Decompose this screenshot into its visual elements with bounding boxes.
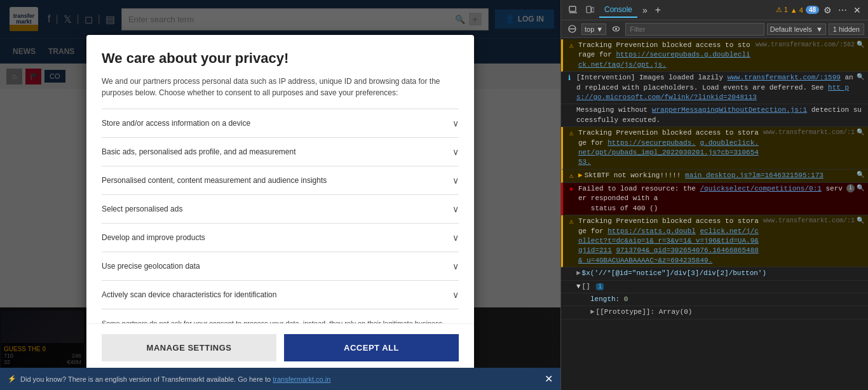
consent-item-store[interactable]: Store and/or access information on a dev… — [102, 109, 459, 137]
modal-title: We care about your privacy! — [102, 50, 459, 67]
intervention-link-2[interactable]: htt ps://go.microsoft.com/fwlink/?linkid… — [576, 84, 849, 101]
modal-body: We care about your privacy! We and our p… — [86, 35, 474, 323]
privacy-overlay: We care about your privacy! We and our p… — [0, 0, 560, 390]
devtools-tab-console[interactable]: Console — [599, 3, 637, 18]
stats-link-1[interactable]: https://stats.g.doubl — [607, 227, 696, 235]
console-line: ⚠ Tracking Prevention blocked access to … — [561, 39, 868, 72]
svg-rect-0 — [569, 6, 576, 11]
console-text: SktBTF not working!!!!! main desktop.js?… — [585, 171, 855, 180]
console-text: [Intervention] Images loaded lazily www.… — [576, 73, 855, 102]
messaging-link[interactable]: wrapperMessagingWithoutDetection.js:1 — [652, 106, 807, 114]
chevron-down-icon: ∨ — [452, 118, 459, 128]
search-icon-4[interactable]: 🔍 — [857, 171, 864, 180]
bottom-banner: ⚡ Did you know? There is an english vers… — [0, 368, 560, 390]
tracking-link-2[interactable]: https://securepubads. — [607, 139, 696, 147]
line-ref-3: www.transfermarkt.com/:1 — [761, 217, 855, 225]
search-icon-6[interactable]: 🔍 — [857, 217, 864, 225]
warning-icon-4: ⚠ — [567, 217, 576, 227]
banner-close-button[interactable]: ✕ — [545, 373, 553, 385]
devtools-new-tab[interactable]: + — [653, 4, 663, 16]
chevron-down-icon-7: ∨ — [452, 290, 459, 300]
console-line: ℹ [Intervention] Images loaded lazily ww… — [561, 72, 868, 104]
console-text: Messaging without wrapperMessagingWithou… — [576, 105, 864, 125]
resource-link[interactable]: /quickselect/competitions/0:1 — [700, 185, 821, 192]
consent-item-scan[interactable]: Actively scan device characteristics for… — [102, 280, 459, 309]
console-line: ⚠ Tracking Prevention blocked access to … — [561, 127, 868, 170]
console-line: Messaging without wrapperMessagingWithou… — [561, 104, 868, 127]
devtools-more-tabs[interactable]: » — [640, 5, 650, 15]
consent-items-list: Store and/or access information on a dev… — [102, 109, 459, 309]
bottom-banner-text: Did you know? There is an english versio… — [20, 375, 330, 383]
intervention-link[interactable]: www.transfermarkt.com/:1599 — [728, 74, 841, 81]
expand-arrow: ▶ — [578, 171, 583, 180]
console-text: length: 0 — [590, 295, 864, 304]
console-text: [] i — [582, 282, 864, 292]
context-arrow: ▼ — [596, 25, 603, 33]
open-arrow: ▼ — [576, 282, 581, 292]
console-text: Failed to load resource: the /quickselec… — [578, 184, 844, 213]
svg-rect-3 — [592, 8, 594, 12]
console-line[interactable]: ► [[Prototype]]: Array(0) — [561, 306, 868, 319]
consent-personalised-label: Personalised content, content measuremen… — [102, 176, 452, 185]
devtools-inspect-icon[interactable] — [566, 3, 580, 17]
console-text: $x('//*[@id="notice"]/div[3]/div[2]/butt… — [582, 269, 864, 278]
consent-scan-label: Actively scan device characteristics for… — [102, 290, 452, 299]
console-line[interactable]: ▼ [] i — [561, 281, 868, 293]
accept-all-button[interactable]: ACCEPT ALL — [284, 334, 459, 361]
devtools-settings-icon[interactable]: ⚙ — [822, 5, 834, 15]
console-line[interactable]: ► $x('//*[@id="notice"]/div[3]/div[2]/bu… — [561, 267, 868, 280]
devtools-more-icon[interactable]: ⋯ — [836, 5, 849, 15]
svg-rect-2 — [587, 6, 591, 13]
context-top-label: top — [585, 25, 594, 33]
warning-icon-2: ⚠ — [567, 129, 576, 138]
consent-store-label: Store and/or access information on a dev… — [102, 119, 452, 128]
devtools-filter-bar: top ▼ Default levels ▼ 1 hidden — [561, 20, 868, 38]
consent-item-select-ads[interactable]: Select personalised ads ∨ — [102, 194, 459, 223]
consent-item-geolocation[interactable]: Use precise geolocation data ∨ — [102, 252, 459, 280]
search-icon-2[interactable]: 🔍 — [857, 73, 864, 82]
modal-footer: MANAGE SETTINGS ACCEPT ALL — [86, 323, 474, 372]
website-area: transfermarkt f | 𝕏 | ◻ | ▤ Enter search… — [0, 0, 560, 390]
chevron-down-icon-4: ∨ — [452, 204, 459, 214]
devtools-close-icon[interactable]: ✕ — [851, 5, 863, 15]
skt-link[interactable]: main desktop.js?lm=1646321595:173 — [685, 171, 824, 179]
consent-select-ads-label: Select personalised ads — [102, 205, 452, 213]
closed-arrow: ► — [576, 269, 581, 278]
hidden-count-badge: 1 hidden — [829, 24, 864, 35]
level-arrow: ▼ — [816, 25, 823, 33]
search-icon[interactable]: 🔍 — [857, 41, 864, 50]
console-line: ⚠ Tracking Prevention blocked access to … — [561, 215, 868, 267]
devtools-device-icon[interactable] — [583, 3, 597, 17]
bottom-banner-icon: ⚡ — [8, 375, 17, 383]
line-ref-2: www.transfermarkt.com/:1 — [761, 128, 855, 137]
transfermarkt-link[interactable]: transfermarkt.co.in — [273, 375, 330, 383]
chevron-down-icon-3: ∨ — [452, 175, 459, 185]
consent-geolocation-label: Use precise geolocation data — [102, 262, 452, 271]
privacy-modal: We care about your privacy! We and our p… — [86, 35, 474, 372]
consent-item-basic-ads[interactable]: Basic ads, personalised ads profile, and… — [102, 137, 459, 166]
warning-badge: ⚠ 1 — [776, 6, 788, 14]
consent-basic-ads-label: Basic ads, personalised ads profile, and… — [102, 147, 452, 156]
consent-item-personalised-content[interactable]: Personalised content, content measuremen… — [102, 166, 459, 194]
devtools-block-icon[interactable] — [565, 22, 579, 36]
level-label: Default levels — [770, 25, 812, 33]
warning-icon: ⚠ — [567, 41, 576, 51]
devtools-context-selector[interactable]: top ▼ — [581, 24, 606, 35]
console-line: length: 0 — [561, 293, 868, 306]
console-output[interactable]: ⚠ Tracking Prevention blocked access to … — [561, 38, 868, 390]
arrow-badge: ▲ 4 — [790, 6, 803, 14]
tracking-link-1[interactable]: https://securepubads.g.doubleclick.net/t… — [578, 51, 750, 68]
legitimate-interest-section: Some partners do not ask for your consen… — [102, 309, 459, 323]
search-icon-3[interactable]: 🔍 — [857, 128, 864, 137]
chevron-down-icon-5: ∨ — [452, 232, 459, 243]
devtools-toolbar-right: ⚠ 1 ▲ 4 48 ⚙ ⋯ ✕ — [776, 5, 863, 15]
devtools-eye-icon[interactable] — [609, 22, 623, 36]
search-icon-5[interactable]: 🔍 — [857, 184, 864, 193]
chevron-down-icon-2: ∨ — [452, 147, 459, 157]
devtools-filter-input[interactable] — [625, 23, 764, 36]
consent-item-develop[interactable]: Develop and improve products ∨ — [102, 223, 459, 252]
line-ref: www.transfermarkt.com/:582 — [753, 41, 855, 50]
console-text: [[Prototype]]: Array(0) — [596, 307, 864, 317]
devtools-level-selector[interactable]: Default levels ▼ — [767, 24, 826, 35]
manage-settings-button[interactable]: MANAGE SETTINGS — [102, 334, 276, 361]
